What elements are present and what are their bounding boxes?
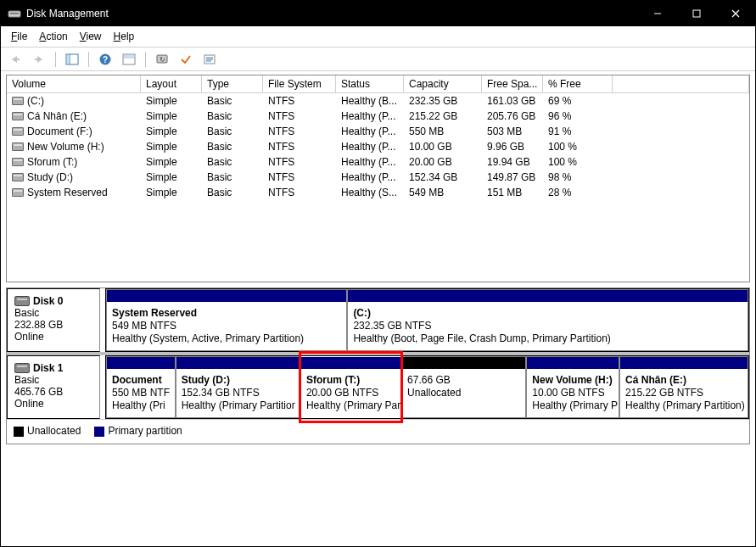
table-row[interactable]: New Volume (H:)SimpleBasicNTFSHealthy (P…: [7, 139, 749, 154]
svg-rect-7: [35, 59, 37, 60]
cell-fs: NTFS: [263, 186, 336, 199]
cell-type: Basic: [202, 155, 263, 169]
col-layout[interactable]: Layout: [141, 75, 202, 92]
cell-fs: NTFS: [263, 109, 336, 123]
cell-pct: 28 %: [543, 186, 613, 199]
table-body: (C:)SimpleBasicNTFSHealthy (B...232.35 G…: [7, 93, 749, 282]
partition-primary[interactable]: Cá Nhân (E:)215.22 GB NTFSHealthy (Prima…: [619, 356, 748, 418]
volume-icon: [12, 127, 24, 136]
col-type[interactable]: Type: [202, 75, 263, 92]
cell-layout: Simple: [141, 170, 202, 184]
cell-layout: Simple: [141, 109, 202, 123]
cell-pct: 100 %: [543, 140, 613, 153]
properties-button[interactable]: [200, 50, 219, 69]
table-header-row: Volume Layout Type File System Status Ca…: [7, 75, 749, 93]
col-pctfree[interactable]: % Free: [543, 75, 613, 92]
legend-primary: Primary partition: [94, 425, 182, 437]
menubar: File Action View Help: [1, 26, 755, 47]
partition-stripe: [620, 357, 748, 369]
menu-action[interactable]: Action: [34, 28, 72, 45]
cell-vol: Study (D:): [7, 170, 141, 184]
partition-primary[interactable]: Document550 MB NTFHealthy (Pri: [106, 356, 176, 418]
svg-rect-1: [10, 13, 19, 14]
partition-stripe: [107, 357, 175, 369]
cell-vol: Document (F:): [7, 125, 141, 138]
cell-free: 9.96 GB: [482, 140, 543, 153]
svg-rect-6: [17, 59, 20, 60]
cell-type: Basic: [202, 125, 263, 138]
partition-primary[interactable]: New Volume (H:)10.00 GB NTFSHealthy (Pri…: [526, 356, 619, 418]
svg-rect-3: [693, 10, 700, 17]
cell-cap: 152.34 GB: [404, 170, 482, 184]
menu-file[interactable]: File: [6, 28, 32, 45]
toolbar: ? ↻: [1, 47, 755, 71]
disk-label[interactable]: Disk 1Basic465.76 GBOnline: [7, 355, 100, 419]
cell-layout: Simple: [141, 94, 202, 108]
svg-rect-10: [67, 55, 70, 64]
cell-status: Healthy (S...: [336, 186, 404, 199]
partition-body: Document550 MB NTFHealthy (Pri: [107, 369, 175, 417]
svg-text:↻: ↻: [160, 56, 165, 64]
cell-fs: NTFS: [263, 170, 336, 184]
cell-vol: System Reserved: [7, 186, 141, 199]
cell-layout: Simple: [141, 155, 202, 169]
menu-help[interactable]: Help: [109, 28, 140, 45]
cell-cap: 550 MB: [404, 125, 482, 138]
table-row[interactable]: Sforum (T:)SimpleBasicNTFSHealthy (P...2…: [7, 154, 749, 170]
cell-fs: NTFS: [263, 94, 336, 108]
volume-icon: [12, 97, 24, 105]
cell-pct: 98 %: [543, 170, 613, 184]
cell-pct: 91 %: [543, 125, 613, 138]
table-row[interactable]: Document (F:)SimpleBasicNTFSHealthy (P..…: [7, 124, 749, 139]
cell-cap: 215.22 GB: [404, 109, 482, 123]
cell-cap: 232.35 GB: [404, 94, 482, 108]
view-top-button[interactable]: [120, 50, 138, 69]
disk-icon: [14, 363, 30, 373]
partition-primary[interactable]: Sforum (T:)20.00 GB NTFSHealthy (Primary…: [300, 353, 401, 421]
help-button[interactable]: ?: [96, 50, 115, 69]
partition-primary[interactable]: Study (D:)152.34 GB NTFSHealthy (Primary…: [176, 356, 300, 418]
table-row[interactable]: (C:)SimpleBasicNTFSHealthy (B...232.35 G…: [7, 93, 749, 109]
partition-primary[interactable]: System Reserved549 MB NTFSHealthy (Syste…: [106, 289, 347, 351]
volume-icon: [12, 173, 24, 181]
cell-free: 149.87 GB: [482, 170, 543, 184]
volume-table[interactable]: Volume Layout Type File System Status Ca…: [6, 75, 750, 282]
titlebar: Disk Management: [1, 1, 755, 26]
cell-vol: Cá Nhân (E:): [7, 109, 141, 123]
table-row[interactable]: System ReservedSimpleBasicNTFSHealthy (S…: [7, 185, 749, 200]
disk-partitions: System Reserved549 MB NTFSHealthy (Syste…: [105, 288, 749, 352]
partition-primary[interactable]: (C:)232.35 GB NTFSHealthy (Boot, Page Fi…: [347, 289, 748, 351]
cell-fs: NTFS: [263, 155, 336, 169]
table-row[interactable]: Study (D:)SimpleBasicNTFSHealthy (P...15…: [7, 170, 749, 185]
col-volume[interactable]: Volume: [7, 75, 141, 92]
cell-vol: Sforum (T:): [7, 155, 141, 169]
cell-status: Healthy (B...: [336, 94, 404, 108]
volume-icon: [12, 158, 24, 166]
partition-body: New Volume (H:)10.00 GB NTFSHealthy (Pri…: [527, 369, 619, 417]
col-capacity[interactable]: Capacity: [404, 75, 482, 92]
partition-stripe: [176, 357, 300, 369]
back-button[interactable]: [6, 50, 25, 69]
svg-text:?: ?: [103, 55, 108, 64]
minimize-button[interactable]: [638, 1, 677, 26]
disk-label[interactable]: Disk 0Basic232.88 GBOnline: [7, 288, 100, 352]
forward-button[interactable]: [30, 50, 48, 69]
refresh-button[interactable]: ↻: [153, 50, 171, 69]
maximize-button[interactable]: [677, 1, 716, 26]
col-status[interactable]: Status: [336, 75, 404, 92]
menu-view[interactable]: View: [75, 28, 107, 45]
cell-fs: NTFS: [263, 125, 336, 138]
cell-pct: 96 %: [543, 109, 613, 123]
apply-button[interactable]: [176, 50, 195, 69]
show-hide-console-tree-button[interactable]: [63, 50, 81, 69]
cell-fs: NTFS: [263, 140, 336, 153]
disk-row: Disk 0Basic232.88 GBOnlineSystem Reserve…: [7, 288, 749, 355]
close-button[interactable]: [716, 1, 755, 26]
volume-icon: [12, 142, 24, 151]
cell-layout: Simple: [141, 125, 202, 138]
col-filesystem[interactable]: File System: [263, 75, 336, 92]
cell-layout: Simple: [141, 140, 202, 153]
table-row[interactable]: Cá Nhân (E:)SimpleBasicNTFSHealthy (P...…: [7, 109, 749, 124]
col-freespace[interactable]: Free Spa...: [482, 75, 543, 92]
partition-unallocated[interactable]: 67.66 GBUnallocated: [401, 356, 526, 418]
